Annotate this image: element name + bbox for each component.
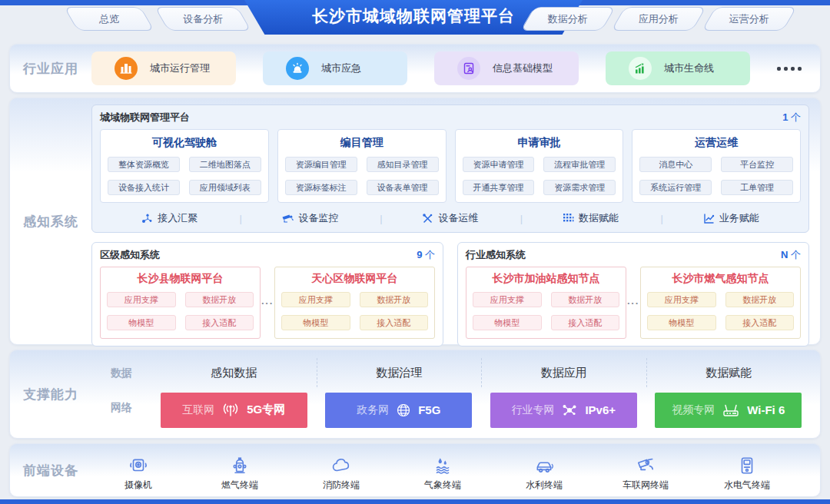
sense-card-title: 长沙市燃气感知节点 (647, 272, 794, 286)
molecule-icon (561, 403, 578, 418)
count-value: 9 (417, 249, 422, 260)
hydrant-icon (230, 453, 250, 476)
sense-button[interactable]: 接入适配 (185, 315, 254, 330)
sense-button[interactable]: 数据开放 (185, 292, 254, 307)
tab-operation-analysis[interactable]: 运营分析 (702, 7, 797, 31)
sense-button[interactable]: 接入适配 (725, 315, 795, 330)
group-button[interactable]: 消息中心 (639, 157, 712, 172)
perception-content: 城域物联网管理平台 1 个 可视化驾驶舱 整体资源概览 二维地图落点 设备接入统… (91, 98, 820, 344)
cctv-icon (636, 453, 656, 476)
group-button[interactable]: 应用领域列表 (189, 180, 261, 195)
device-label: 消防终端 (323, 479, 360, 492)
sense-button[interactable]: 应用支撑 (281, 292, 350, 307)
group-apply-approve: 申请审批 资源申请管理 流程审批管理 开通共享管理 资源需求管理 (455, 129, 624, 203)
sense-panels-row: 区级感知系统 9 个 长沙县物联网平台 应用支撑 数据开放 物模型 接入适配 (91, 242, 809, 346)
platform-capabilities: 接入汇聚 | 设备监控 | 设备运维 | 数据赋能 (100, 211, 801, 225)
data-item-enable: 数据赋能 (646, 358, 812, 387)
device-label: 水利终端 (526, 479, 563, 492)
group-button[interactable]: 系统运行管理 (639, 180, 712, 195)
data-grid-icon (563, 213, 574, 224)
sense-card-gas-sensing-node[interactable]: 长沙市燃气感知节点 应用支撑 数据开放 物模型 接入适配 (640, 267, 801, 339)
platform-count[interactable]: 1 个 (782, 111, 801, 124)
sense-button[interactable]: 数据开放 (551, 292, 620, 307)
sense-button[interactable]: 应用支撑 (647, 292, 716, 307)
tab-data-analysis[interactable]: 数据分析 (520, 7, 616, 31)
sense-card-gas-station-node[interactable]: 长沙市加油站感知节点 应用支撑 数据开放 物模型 接入适配 (466, 267, 626, 339)
network-bar-internet-5g[interactable]: 互联网 5G专网 (161, 393, 307, 428)
industry-apps-row: 城市运行管理 城市应急 信息基础模型 城市生命线 (91, 45, 820, 92)
industry-count[interactable]: N 个 (781, 248, 801, 262)
tab-device-analysis[interactable]: 设备分析 (154, 7, 251, 31)
section-perception-system: 感知系统 城域物联网管理平台 1 个 可视化驾驶舱 整体资源概览 二维地图落点 … (9, 98, 821, 345)
app-card-city-emergency[interactable]: 城市应急 (263, 51, 407, 85)
app-card-info-base-model[interactable]: 信息基础模型 (434, 51, 579, 85)
group-title: 可视化驾驶舱 (108, 136, 261, 150)
capability-business-enable[interactable]: 业务赋能 (661, 211, 801, 225)
meter-icon (737, 453, 757, 476)
sense-card-tianxin-district[interactable]: 天心区物联网平台 应用支撑 数据开放 物模型 接入适配 (274, 267, 435, 339)
device-label: 燃气终端 (221, 479, 258, 492)
app-card-city-lifeline[interactable]: 城市生命线 (606, 51, 750, 85)
device-gas-terminal[interactable]: 燃气终端 (207, 453, 273, 492)
group-catalog-mgmt: 编目管理 资源编目管理 感知目录管理 资源标签标注 设备表单管理 (277, 129, 447, 203)
sense-button[interactable]: 物模型 (473, 315, 542, 330)
capability-device-ops[interactable]: 设备运维 (380, 211, 520, 225)
sense-button[interactable]: 接入适配 (360, 315, 429, 330)
capability-data-enable[interactable]: 数据赋能 (521, 211, 661, 225)
sense-button[interactable]: 物模型 (647, 315, 716, 330)
sense-button[interactable]: 物模型 (107, 315, 176, 330)
district-count[interactable]: 9 个 (417, 248, 435, 262)
group-button[interactable]: 开通共享管理 (463, 180, 535, 195)
industry-sense-panel: 行业感知系统 N 个 长沙市加油站感知节点 应用支撑 数据开放 物模型 接入适配 (457, 242, 809, 346)
group-button[interactable]: 二维地图落点 (189, 157, 261, 172)
sense-button[interactable]: 应用支撑 (107, 292, 176, 307)
data-item-governance: 数据治理 (317, 358, 482, 387)
group-button[interactable]: 流程审批管理 (543, 157, 616, 172)
sense-button[interactable]: 数据开放 (725, 292, 795, 307)
device-iov-terminal[interactable]: 车联网终端 (613, 453, 679, 492)
group-operation-maint: 运营运维 消息中心 平台监控 系统运行管理 工单管理 (632, 129, 801, 203)
group-button[interactable]: 资源需求管理 (543, 180, 616, 195)
network-bar-gov-f5g[interactable]: 政务网 F5G (325, 393, 472, 428)
sense-card-changsha-county[interactable]: 长沙县物联网平台 应用支撑 数据开放 物模型 接入适配 (100, 267, 261, 339)
network-bar-video-wifi6[interactable]: 视频专网 Wi-Fi 6 (655, 393, 802, 428)
tab-label: 应用分析 (639, 12, 679, 26)
group-button[interactable]: 资源编目管理 (285, 157, 357, 172)
group-button[interactable]: 工单管理 (721, 180, 793, 195)
capability-label: 设备监控 (298, 211, 338, 225)
capability-device-monitor[interactable]: 设备监控 (241, 211, 380, 225)
device-camera[interactable]: 摄像机 (105, 453, 171, 492)
capability-access-aggregation[interactable]: 接入汇聚 (100, 211, 240, 225)
sense-button[interactable]: 数据开放 (360, 292, 429, 307)
group-button[interactable]: 资源申请管理 (463, 157, 535, 172)
app-card-label: 城市生命线 (664, 61, 714, 75)
group-title: 申请审批 (463, 136, 616, 150)
antenna-icon (221, 403, 240, 418)
tab-app-analysis[interactable]: 应用分析 (611, 7, 706, 31)
data-item-application: 数据应用 (481, 358, 646, 387)
device-water-terminal[interactable]: 水利终端 (511, 453, 577, 492)
device-utility-meter-terminal[interactable]: 水电气终端 (714, 453, 780, 492)
group-button[interactable]: 平台监控 (721, 157, 793, 172)
group-button[interactable]: 设备接入统计 (108, 180, 180, 195)
group-button[interactable]: 感知目录管理 (367, 157, 439, 172)
group-button[interactable]: 资源标签标注 (285, 180, 357, 195)
car-icon (534, 453, 554, 476)
device-weather-terminal[interactable]: 气象终端 (410, 453, 476, 492)
app-card-city-operation[interactable]: 城市运行管理 (91, 51, 236, 85)
group-button[interactable]: 整体资源概览 (108, 157, 180, 172)
tab-overview[interactable]: 总览 (64, 7, 154, 31)
sense-button[interactable]: 接入适配 (551, 315, 620, 330)
count-unit: 个 (791, 249, 801, 260)
network-bar-industry-ipv6[interactable]: 行业专网 IPv6+ (490, 393, 637, 428)
group-button[interactable]: 设备表单管理 (367, 180, 439, 195)
sense-button[interactable]: 应用支撑 (473, 292, 542, 307)
network-name: 政务网 (357, 403, 389, 417)
device-fire-terminal[interactable]: 消防终端 (308, 453, 374, 492)
section-label-perception: 感知系统 (10, 98, 91, 344)
sense-button[interactable]: 物模型 (281, 315, 350, 330)
router-icon (722, 403, 740, 418)
platform-groups: 可视化驾驶舱 整体资源概览 二维地图落点 设备接入统计 应用领域列表 编目管理 … (100, 129, 801, 203)
ellipsis-icon[interactable] (777, 67, 802, 71)
section-label-support: 支撑能力 (10, 350, 91, 438)
